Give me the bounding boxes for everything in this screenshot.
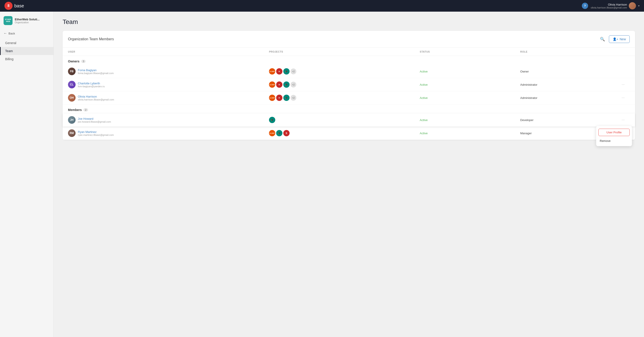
user-info: Olivia Harrison olivia.harrison.8base@gm…	[591, 2, 640, 10]
avatar-image	[629, 2, 636, 10]
user-text: Olivia Harrison olivia.harrison.8base@gm…	[591, 3, 627, 9]
avatar: OH	[68, 94, 76, 102]
logo: 8 base	[4, 2, 24, 10]
avatar: RM	[68, 129, 76, 137]
header-right: ? Olivia Harrison olivia.harrison.8base@…	[582, 2, 640, 10]
user-email: olivia.harrison.8base@gmail.com	[591, 6, 627, 9]
status-badge: Active	[420, 70, 520, 73]
user-email: foma.bagiyan.8base@gmail.com	[78, 72, 114, 75]
col-projects: PROJECTS	[269, 50, 420, 53]
project-more: +2	[290, 82, 296, 88]
project-icon: 11 ENT	[269, 82, 275, 88]
project-icon: 🎓	[283, 82, 290, 88]
org-header: ETHERWEB EtherWeb Soluti... Organization	[0, 16, 54, 30]
project-icon: S	[283, 130, 290, 136]
user-email: fom-bagiyan@yandex.ru	[78, 85, 105, 88]
add-person-icon: 👤+	[613, 37, 618, 41]
section-members-title: Members	[68, 108, 82, 112]
more-actions-button[interactable]: ···	[621, 95, 626, 101]
table-header: USER PROJECTS STATUS ROLE	[62, 48, 635, 56]
user-details: Olivia Harrison olivia.harrison.8base@gm…	[78, 95, 114, 101]
actions-cell: ··· User Profile Remove	[621, 117, 630, 123]
user-name: Charlotte Lyberth	[78, 82, 105, 85]
user-name: Olivia Harrison	[78, 95, 114, 98]
new-member-button[interactable]: 👤+ New	[609, 35, 630, 43]
status-badge: Active	[420, 83, 520, 86]
col-actions	[621, 50, 630, 53]
team-card: Organization Team Members 🔍 👤+ New USER …	[62, 31, 635, 140]
sidebar-item-general[interactable]: General	[0, 39, 54, 47]
more-actions-button[interactable]: ···	[621, 117, 626, 123]
card-title: Organization Team Members	[68, 37, 114, 41]
role-text: Owner	[520, 70, 621, 73]
project-icon: 🎓	[276, 130, 282, 136]
user-email: joe.howard.8base@gmail.com	[78, 120, 111, 123]
back-label: Back	[8, 32, 15, 35]
col-status: STATUS	[420, 50, 520, 53]
org-type: Organization	[15, 21, 40, 24]
section-owners-count: 3	[81, 60, 86, 63]
table-row: RM Ryan Martinez ryan.martinez.8base@gma…	[62, 127, 635, 140]
user-cell: OH Olivia Harrison olivia.harrison.8base…	[68, 94, 269, 102]
user-details: Foma Bagiyan foma.bagiyan.8base@gmail.co…	[78, 69, 114, 75]
role-text: Developer	[520, 118, 621, 122]
table-row: CL Charlotte Lyberth fom-bagiyan@yandex.…	[62, 78, 635, 91]
chevron-down-icon[interactable]: ▾	[638, 4, 640, 8]
project-icon: 🎓	[283, 95, 290, 101]
project-icon: R	[276, 95, 282, 101]
table-row: JH Joe Howard joe.howard.8base@gmail.com…	[62, 113, 635, 127]
section-members-count: 2	[84, 108, 88, 111]
project-icon: R	[276, 68, 282, 75]
projects-cell: 11 ENT R 🎓 +2	[269, 68, 420, 75]
sidebar-item-billing[interactable]: Billing	[0, 55, 54, 63]
user-cell: CL Charlotte Lyberth fom-bagiyan@yandex.…	[68, 81, 269, 88]
section-owners-title: Owners	[68, 60, 80, 63]
back-arrow-icon: ←	[4, 31, 7, 35]
avatar: JH	[68, 116, 76, 124]
projects-cell: 11 ENT R 🎓 +2	[269, 82, 420, 88]
user-email: olivia.harrison.8base@gmail.com	[78, 98, 114, 101]
actions-cell: ···	[621, 95, 630, 101]
card-actions: 🔍 👤+ New	[598, 35, 630, 43]
back-button[interactable]: ← Back	[0, 30, 54, 37]
search-icon: 🔍	[600, 37, 605, 41]
project-more: +2	[290, 95, 296, 101]
table-row: OH Olivia Harrison olivia.harrison.8base…	[62, 91, 635, 105]
user-name: Joe Howard	[78, 117, 111, 120]
section-owners-header: Owners 3	[62, 56, 635, 65]
role-text: Administrator	[520, 96, 621, 100]
dropdown-item-user-profile[interactable]: User Profile	[598, 129, 630, 136]
projects-cell: 🎓	[269, 117, 420, 123]
avatar: FB	[68, 68, 76, 75]
col-role: ROLE	[520, 50, 621, 53]
project-icon: 11 ENT	[269, 130, 275, 136]
user-cell: JH Joe Howard joe.howard.8base@gmail.com	[68, 116, 269, 124]
section-members-header: Members 2	[62, 105, 635, 113]
status-badge: Active	[420, 132, 520, 135]
sidebar-item-team[interactable]: Team	[0, 47, 54, 55]
app-header: 8 base ? Olivia Harrison olivia.harrison…	[0, 0, 644, 12]
search-button[interactable]: 🔍	[598, 36, 607, 43]
user-email: ryan.martinez.8base@gmail.com	[78, 134, 114, 136]
user-name: Olivia Harrison	[591, 3, 627, 6]
help-button[interactable]: ?	[582, 3, 588, 9]
user-name: Foma Bagiyan	[78, 69, 114, 72]
logo-icon: 8	[4, 2, 12, 10]
dropdown-menu: User Profile Remove	[596, 126, 632, 146]
user-cell: FB Foma Bagiyan foma.bagiyan.8base@gmail…	[68, 68, 269, 75]
user-name: Ryan Martinez	[78, 130, 114, 134]
role-text: Administrator	[520, 83, 621, 86]
table-row: FB Foma Bagiyan foma.bagiyan.8base@gmail…	[62, 65, 635, 78]
project-icon: R	[276, 82, 282, 88]
org-info: EtherWeb Soluti... Organization	[15, 18, 40, 24]
col-user: USER	[68, 50, 269, 53]
status-badge: Active	[420, 96, 520, 100]
more-actions-button[interactable]: ···	[621, 82, 626, 88]
app-body: ETHERWEB EtherWeb Soluti... Organization…	[0, 0, 644, 337]
projects-cell: 11 ENT R 🎓 +2	[269, 95, 420, 101]
avatar[interactable]	[629, 2, 636, 10]
main-content: Team Organization Team Members 🔍 👤+ New …	[54, 12, 644, 337]
projects-cell: 11 ENT 🎓 S	[269, 130, 420, 136]
dropdown-item-remove[interactable]: Remove	[596, 137, 632, 145]
org-logo: ETHERWEB	[4, 16, 12, 25]
